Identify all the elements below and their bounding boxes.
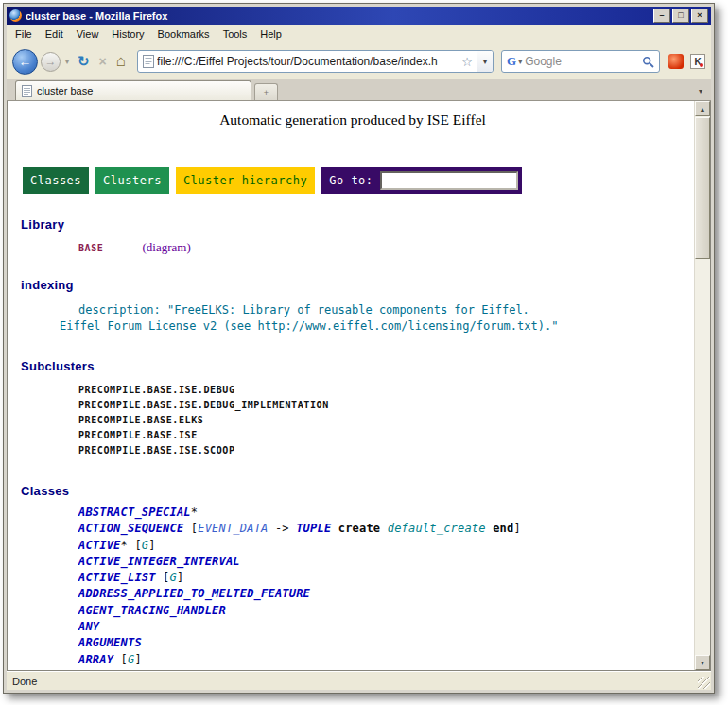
back-arrow-icon: ← xyxy=(19,54,32,69)
text-segment: default_create xyxy=(388,522,486,535)
class-link[interactable]: ARGUMENTS xyxy=(78,636,142,649)
close-button[interactable]: × xyxy=(691,9,708,23)
cluster-name: BASE xyxy=(78,243,103,253)
new-tab-button[interactable]: + xyxy=(254,83,278,100)
indexing-description-line: description: "FreeELKS: Library of reusa… xyxy=(78,302,694,318)
google-logo-icon: G xyxy=(507,54,516,69)
class-link[interactable]: ACTIVE xyxy=(78,539,121,552)
resize-grip[interactable] xyxy=(698,677,710,689)
class-link[interactable]: TUPLE xyxy=(296,522,331,535)
scroll-down-button[interactable]: ▼ xyxy=(695,655,710,670)
class-entry: ACTION_SEQUENCE [EVENT_DATA -> TUPLE cre… xyxy=(78,521,694,537)
menu-file[interactable]: File xyxy=(9,26,39,43)
address-bar[interactable]: ☆ ▾ xyxy=(137,50,494,73)
class-link[interactable]: ARRAY xyxy=(78,653,113,666)
scrollbar-thumb[interactable] xyxy=(695,117,710,259)
class-entry: ARRAY [G] xyxy=(78,652,694,668)
diagram-link[interactable]: (diagram) xyxy=(142,240,190,255)
menu-help[interactable]: Help xyxy=(253,26,288,43)
history-dropdown-button[interactable]: ▾ xyxy=(63,58,71,66)
subcluster-link[interactable]: PRECOMPILE.BASE.ISE.DEBUG xyxy=(78,385,235,395)
class-link[interactable]: ADDRESS_APPLIED_TO_MELTED_FEATURE xyxy=(78,587,310,600)
class-link[interactable]: AGENT_TRACING_HANDLER xyxy=(78,604,226,617)
home-button[interactable]: ⌂ xyxy=(113,52,130,71)
library-row: BASE (diagram) xyxy=(78,240,694,255)
menu-view[interactable]: View xyxy=(70,26,106,43)
text-segment: end xyxy=(493,522,513,535)
scroll-up-button[interactable]: ▲ xyxy=(695,101,710,116)
text-segment: ] xyxy=(142,669,148,670)
subcluster-entry: PRECOMPILE.BASE.ISE.DEBUG xyxy=(78,383,694,398)
minimize-button[interactable]: – xyxy=(653,9,670,23)
subcluster-link[interactable]: PRECOMPILE.BASE.ELKS xyxy=(78,415,203,425)
subcluster-entry: PRECOMPILE.BASE.ELKS xyxy=(78,413,694,428)
list-all-tabs-button[interactable]: ▾ xyxy=(692,81,709,100)
menu-bookmarks[interactable]: Bookmarks xyxy=(151,26,217,43)
subcluster-link[interactable]: PRECOMPILE.BASE.ISE xyxy=(78,430,198,440)
stop-button[interactable]: × xyxy=(96,54,110,69)
titlebar: cluster base - Mozilla Firefox – □ × xyxy=(7,7,711,25)
cluster-hierarchy-button[interactable]: Cluster hierarchy xyxy=(176,167,315,194)
menubar: File Edit View History Bookmarks Tools H… xyxy=(7,25,711,43)
back-button[interactable]: ← xyxy=(12,49,38,75)
class-link[interactable]: EVENT_DATA xyxy=(198,522,268,535)
maximize-button[interactable]: □ xyxy=(672,9,689,23)
browser-client-area: Automatic generation produced by ISE Eif… xyxy=(7,101,711,671)
class-link[interactable]: ANY xyxy=(78,620,99,633)
vertical-scrollbar[interactable]: ▲ ▼ xyxy=(694,101,710,670)
search-engine-dropdown[interactable]: ▾ xyxy=(516,58,525,66)
subcluster-link[interactable]: PRECOMPILE.BASE.ISE.SCOOP xyxy=(78,445,235,456)
reload-button[interactable]: ↻ xyxy=(74,53,94,70)
classes-heading: Classes xyxy=(21,484,694,498)
classes-list: ABSTRACT_SPECIAL*ACTION_SEQUENCE [EVENT_… xyxy=(78,505,694,670)
menu-history[interactable]: History xyxy=(105,26,150,43)
search-bar[interactable]: G ▾ xyxy=(501,50,660,73)
class-link[interactable]: ACTIVE_LIST xyxy=(78,571,156,584)
addon-k-dot-icon xyxy=(700,63,703,67)
status-text: Done xyxy=(12,676,37,687)
class-entry: AGENT_TRACING_HANDLER xyxy=(78,603,694,619)
class-link[interactable]: ARRAY2 xyxy=(78,669,121,670)
forward-button[interactable]: → xyxy=(41,52,61,72)
status-bar: Done xyxy=(7,671,711,690)
class-link[interactable]: ACTIVE_INTEGER_INTERVAL xyxy=(78,555,240,568)
bookmark-star-icon[interactable]: ☆ xyxy=(458,55,477,69)
class-entry: ABSTRACT_SPECIAL* xyxy=(78,505,694,521)
text-segment: * xyxy=(191,506,198,519)
window-controls: – □ × xyxy=(653,9,708,23)
class-link[interactable]: ACTION_SEQUENCE xyxy=(78,522,183,535)
text-segment: [ xyxy=(183,522,198,535)
text-segment: [ xyxy=(121,669,135,670)
class-entry: ACTIVE_LIST [G] xyxy=(78,570,694,586)
library-heading: Library xyxy=(21,217,694,232)
clusters-button[interactable]: Clusters xyxy=(95,167,169,194)
navigation-toolbar: ← → ▾ ↻ × ⌂ ☆ ▾ G ▾ xyxy=(7,43,711,79)
menu-tools[interactable]: Tools xyxy=(217,26,254,43)
addon-icon-k[interactable]: K xyxy=(690,54,705,69)
text-segment: -> xyxy=(268,522,296,535)
text-segment: create xyxy=(338,522,381,535)
class-entry: ACTIVE_INTEGER_INTERVAL xyxy=(78,554,694,570)
indexing-heading: indexing xyxy=(21,278,694,292)
menu-edit[interactable]: Edit xyxy=(39,26,70,43)
text-segment: G xyxy=(170,571,177,584)
url-input[interactable] xyxy=(154,55,458,68)
window-title: cluster base - Mozilla Firefox xyxy=(26,10,650,22)
goto-input[interactable] xyxy=(380,171,518,190)
subcluster-entry: PRECOMPILE.BASE.ISE xyxy=(78,428,694,443)
search-input[interactable] xyxy=(525,55,640,68)
classes-button[interactable]: Classes xyxy=(23,167,89,194)
class-link[interactable]: ABSTRACT_SPECIAL xyxy=(78,506,191,519)
addon-icon-red[interactable] xyxy=(668,54,684,69)
browser-window: cluster base - Mozilla Firefox – □ × Fil… xyxy=(3,3,715,694)
class-entry: ARRAY2 [G] xyxy=(78,668,694,670)
subcluster-entry: PRECOMPILE.BASE.ISE.SCOOP xyxy=(78,443,694,458)
subcluster-link[interactable]: PRECOMPILE.BASE.ISE.DEBUG_IMPLEMENTATION xyxy=(78,400,329,410)
text-segment: ] xyxy=(177,571,183,584)
indexing-description-line: Eiffel Forum License v2 (see http://www.… xyxy=(60,318,694,335)
forward-arrow-icon: → xyxy=(45,55,57,68)
page-favicon-icon xyxy=(143,55,154,68)
url-dropdown-button[interactable]: ▾ xyxy=(477,51,493,72)
search-magnifier-icon[interactable] xyxy=(640,56,656,68)
tab-cluster-base[interactable]: cluster base xyxy=(15,80,251,100)
